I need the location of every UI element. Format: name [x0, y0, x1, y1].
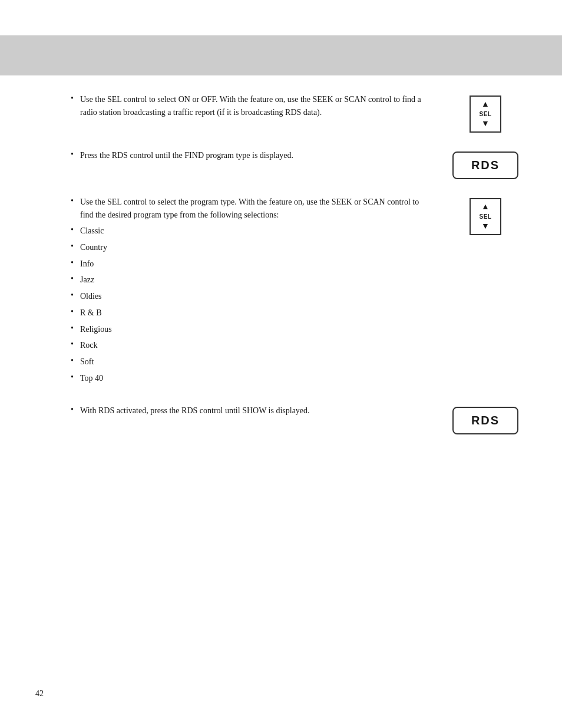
bullet-dot-oldies: •: [71, 291, 80, 300]
section-sel-onoff: • Use the SEL control to select ON or OF…: [71, 93, 527, 133]
section-rds-find: • Press the RDS control until the FIND p…: [71, 149, 527, 179]
list-item-oldies: • Oldies: [71, 290, 432, 303]
label-rock: Rock: [80, 339, 432, 352]
list-item-country: • Country: [71, 241, 432, 254]
bullet-dot-top40: •: [71, 373, 80, 382]
section-rds-show: • With RDS activated, press the RDS cont…: [71, 404, 527, 434]
bullet-item-1: • Use the SEL control to select ON or OF…: [71, 93, 432, 118]
label-jazz: Jazz: [80, 274, 432, 286]
bullet-text-2: Press the RDS control until the FIND pro…: [80, 149, 432, 162]
bullet-text-4: With RDS activated, press the RDS contro…: [80, 404, 432, 417]
list-item-rb: • R & B: [71, 307, 432, 319]
bullet-dot-jazz: •: [71, 274, 80, 284]
section-image-3: ▲ SEL ▼: [444, 196, 527, 235]
sel-up-arrow-2: ▲: [481, 203, 490, 211]
label-top40: Top 40: [80, 372, 432, 385]
header-bar: [0, 35, 562, 75]
label-info: Info: [80, 258, 432, 271]
label-country: Country: [80, 241, 432, 254]
section-text-4: • With RDS activated, press the RDS cont…: [71, 404, 444, 421]
bullet-dot-info: •: [71, 258, 80, 268]
sel-control-2: ▲ SEL ▼: [470, 198, 501, 235]
section-text-2: • Press the RDS control until the FIND p…: [71, 149, 444, 166]
bullet-dot-classic: •: [71, 225, 80, 235]
program-type-list: • Classic • Country • Info • Jazz: [71, 225, 432, 384]
rds-button-1: RDS: [452, 151, 518, 179]
list-item-top40: • Top 40: [71, 372, 432, 385]
sel-control-1: ▲ SEL ▼: [470, 95, 501, 133]
section-image-4: RDS: [444, 404, 527, 434]
page-number: 42: [35, 689, 44, 699]
list-item-info: • Info: [71, 258, 432, 271]
section-image-1: ▲ SEL ▼: [444, 93, 527, 133]
bullet-dot-3: •: [71, 196, 80, 206]
page-container: • Use the SEL control to select ON or OF…: [0, 0, 562, 728]
list-item-classic: • Classic: [71, 225, 432, 238]
label-classic: Classic: [80, 225, 432, 238]
bullet-item-4: • With RDS activated, press the RDS cont…: [71, 404, 432, 417]
bullet-dot-soft: •: [71, 356, 80, 365]
sel-label-2: SEL: [480, 212, 492, 221]
bullet-dot-religious: •: [71, 324, 80, 333]
bullet-dot-2: •: [71, 150, 80, 159]
section-sel-program: • Use the SEL control to select the prog…: [71, 196, 527, 388]
bullet-dot-rock: •: [71, 340, 80, 349]
sel-down-arrow-2: ▼: [481, 222, 490, 230]
label-religious: Religious: [80, 323, 432, 336]
bullet-item-3: • Use the SEL control to select the prog…: [71, 196, 432, 221]
list-item-jazz: • Jazz: [71, 274, 432, 286]
label-oldies: Oldies: [80, 290, 432, 303]
section-text-3: • Use the SEL control to select the prog…: [71, 196, 444, 388]
list-item-religious: • Religious: [71, 323, 432, 336]
bullet-dot-country: •: [71, 242, 80, 251]
label-rb: R & B: [80, 307, 432, 319]
bullet-dot-rb: •: [71, 307, 80, 317]
bullet-dot-4: •: [71, 405, 80, 414]
section-image-2: RDS: [444, 149, 527, 179]
list-item-rock: • Rock: [71, 339, 432, 352]
bullet-dot-1: •: [71, 94, 80, 103]
bullet-item-2: • Press the RDS control until the FIND p…: [71, 149, 432, 162]
section-text-1: • Use the SEL control to select ON or OF…: [71, 93, 444, 122]
bullet-text-3: Use the SEL control to select the progra…: [80, 196, 432, 221]
label-soft: Soft: [80, 355, 432, 368]
list-item-soft: • Soft: [71, 355, 432, 368]
rds-button-2: RDS: [452, 407, 518, 434]
content-area: • Use the SEL control to select ON or OF…: [0, 93, 562, 434]
sel-down-arrow-1: ▼: [481, 120, 490, 128]
sel-label-1: SEL: [480, 110, 492, 118]
bullet-text-1: Use the SEL control to select ON or OFF.…: [80, 93, 432, 118]
sel-up-arrow-1: ▲: [481, 100, 490, 108]
